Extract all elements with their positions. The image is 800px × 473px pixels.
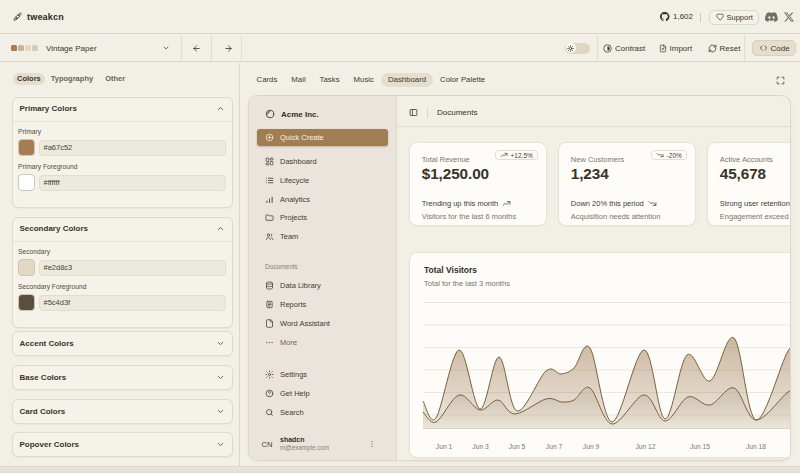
svg-text:Jun 9: Jun 9 — [583, 443, 600, 450]
svg-text:Jun 12: Jun 12 — [635, 443, 655, 450]
svg-text:Jun 7: Jun 7 — [546, 443, 563, 450]
svg-text:Jun 1: Jun 1 — [436, 443, 453, 450]
svg-text:Jun 15: Jun 15 — [690, 443, 710, 450]
svg-text:Jun 18: Jun 18 — [746, 443, 766, 450]
svg-text:Jun 3: Jun 3 — [472, 443, 489, 450]
svg-text:Jun 5: Jun 5 — [509, 443, 526, 450]
